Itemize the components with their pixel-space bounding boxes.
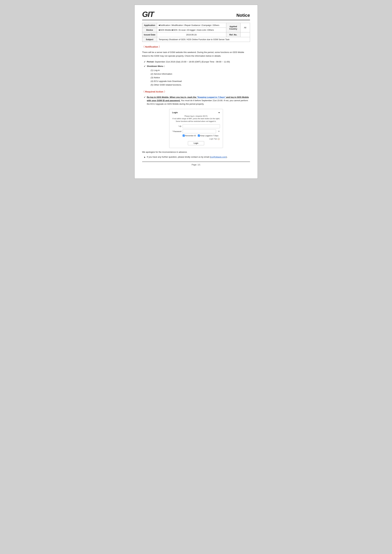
login-box: Login ⇒ Please log-in. (requires Wi-Fi) … [169, 109, 223, 148]
page-number: Page: 1/1 [192, 164, 201, 166]
required-action-header: 〈 Required Action 〉 [142, 90, 250, 93]
contact-bullet: ➤ If you have any further question, plea… [142, 156, 250, 159]
check-icon-action: ✓ [144, 96, 146, 99]
notification-header: 〈 Notification 〉 [142, 45, 250, 48]
application-value: ■Notification □Modification □Repair Guid… [157, 23, 226, 28]
shutdown-item-1: (1) Log-in [151, 69, 182, 72]
page-header: GIT Notice [142, 11, 250, 20]
arrow-icon: ➤ [144, 156, 146, 159]
login-btn-row: Login [172, 141, 220, 145]
id-label: * ID [172, 125, 181, 127]
login-tips-text: Login Tips 📋 [209, 138, 220, 140]
all-value: All [240, 23, 250, 32]
application-label: Application [142, 23, 157, 28]
page-document: GIT Notice Application ■Notification □Mo… [134, 5, 258, 179]
password-label: * Password [172, 131, 181, 132]
shutdown-item-2: (2) Service Information [151, 72, 182, 76]
shutdown-item-3: (3) Notice [151, 76, 182, 80]
list-item-shutdown: ✓ Shutdown Menu： (1) Log-in (2) Service … [144, 64, 250, 87]
password-input[interactable] [183, 130, 216, 133]
contact-email-link[interactable]: ics@gitauto.com [210, 156, 226, 158]
contact-text: If you have any further question, please… [147, 156, 228, 158]
check-icon-period: ✓ [144, 60, 146, 64]
id-field-row: * ID [172, 125, 220, 128]
shutdown-sub-list: (1) Log-in (2) Service Information (3) N… [147, 69, 182, 87]
page-footer: Page: 1/1 [142, 162, 250, 166]
applied-country-label: Applied Country [226, 23, 240, 32]
login-button[interactable]: Login [188, 141, 204, 145]
shutdown-label: Shutdown Menu： [147, 65, 166, 67]
keep-logged-checkbox[interactable] [198, 135, 200, 137]
shutdown-item-4: (4) ECU upgrade Auto Download [151, 80, 182, 83]
eye-icon[interactable]: 👁 [218, 130, 220, 133]
login-checkboxes: Remember ID Keep Logged in 7 Days [172, 135, 220, 137]
shutdown-item-5: (5) Other GSW related functions. [151, 83, 182, 87]
ref-no-value [240, 32, 250, 37]
device-label: Device [142, 28, 157, 32]
login-box-desc: Please log-in. (requires Wi-Fi) If not w… [172, 115, 220, 123]
login-tips-row: Login Tips 📋 [172, 138, 220, 140]
check-icon-shutdown: ✓ [144, 65, 146, 68]
issued-date-label: Issued Date [142, 32, 157, 37]
list-item-period: ✓ Period: September 21st 2019 (Sat) 15:0… [144, 60, 250, 64]
id-input[interactable] [183, 125, 220, 128]
remember-id-checkbox-label[interactable]: Remember ID [183, 135, 196, 137]
notification-list: ✓ Period: September 21st 2019 (Sat) 15:0… [142, 60, 250, 87]
password-field-row: * Password 👁 [172, 130, 220, 133]
period-text: Period: September 21st 2019 (Sat) 15:00 … [147, 60, 230, 63]
ref-no-label: Ref. No. [226, 32, 240, 37]
apology-text: We apologize for the inconvenience in ad… [142, 151, 250, 153]
required-action-list: ✓ Re-log in GDS Mobile, When you log in,… [142, 96, 250, 106]
remember-id-checkbox[interactable] [183, 135, 185, 137]
info-table: Application ■Notification □Modification … [142, 23, 250, 42]
notification-body: There will be a server task of GSW websi… [142, 51, 250, 58]
device-value: ■GDS Mobile ■GDS □G-scan □D-logger □Auto… [157, 28, 226, 32]
subject-label: Subject [142, 37, 157, 42]
login-box-title: Login ⇒ [172, 111, 220, 114]
page-title: Notice [236, 13, 250, 18]
login-box-wrapper: Login ⇒ Please log-in. (requires Wi-Fi) … [142, 109, 250, 148]
issued-date-value: 2019.09.19. [157, 32, 226, 37]
keeping-logged-link[interactable]: "Keeping Logged in 7 Days" [197, 96, 226, 98]
subject-value: Temporary Shutdown of GDS / KDS Online F… [157, 37, 250, 42]
login-link-icon: ⇒ [218, 111, 220, 114]
required-action-item: ✓ Re-log in GDS Mobile, When you log in,… [144, 96, 250, 106]
logo: GIT [142, 11, 154, 18]
required-action-text: Re-log in GDS Mobile, When you log in, m… [147, 96, 250, 106]
keep-logged-checkbox-label[interactable]: Keep Logged in 7 Days [198, 135, 218, 137]
